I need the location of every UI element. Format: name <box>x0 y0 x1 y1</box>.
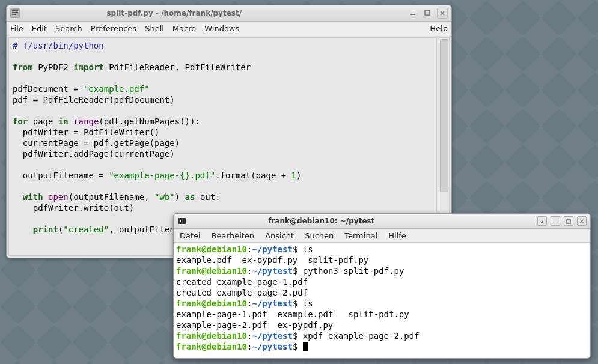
code-token: pdfDocument = <box>13 84 84 94</box>
prompt-user: frank@debian10 <box>176 244 247 254</box>
code-token: PdfFileReader, PdfFileWriter <box>109 62 251 72</box>
terminal-window: frank@debian10: ~/pytest ▴ _ □ × Datei B… <box>173 213 591 359</box>
minimize-icon[interactable] <box>408 8 418 17</box>
term-output: example-page-2.pdf ex-pypdf.py <box>176 320 333 330</box>
code-token: (outputFilename, <box>69 192 154 202</box>
terminal-app-icon <box>177 216 187 226</box>
code-line: pdf = PdfFileReader(pdfDocument) <box>13 95 175 105</box>
builtin-open: open <box>48 192 69 202</box>
term-cmd: ls <box>303 244 313 254</box>
menu-bearbeiten[interactable]: Bearbeiten <box>212 231 254 240</box>
editor-menubar: File Edit Search Preferences Shell Macro… <box>7 22 451 35</box>
term-output: example-page-1.pdf example.pdf split-pdf… <box>176 309 409 319</box>
menu-windows[interactable]: Windows <box>204 24 239 33</box>
editor-app-icon <box>10 8 20 18</box>
code-string: "example.pdf" <box>84 84 150 94</box>
code-token: .format(page + <box>215 171 291 180</box>
code-number: 1 <box>291 171 296 180</box>
shade-icon[interactable]: ▴ <box>537 216 547 226</box>
term-output: created example-page-1.pdf <box>176 277 308 287</box>
terminal-output[interactable]: frank@debian10:~/pytest$ ls example.pdf … <box>174 243 590 358</box>
kw-with: with <box>23 192 43 202</box>
menu-shell[interactable]: Shell <box>145 24 164 33</box>
code-token: ) <box>296 171 301 180</box>
builtin-print: print <box>33 225 58 234</box>
code-token: out: <box>195 192 220 202</box>
menu-macro[interactable]: Macro <box>172 24 196 33</box>
menu-help[interactable]: Help <box>430 24 448 33</box>
menu-edit[interactable]: Edit <box>32 24 47 33</box>
code-token: (pdf.getNumPages()): <box>99 117 200 126</box>
kw-in: in <box>58 117 69 126</box>
code-string: "example-page-{}.pdf" <box>109 171 215 180</box>
svg-rect-1 <box>12 10 18 11</box>
code-line: # !/usr/bin/python <box>13 41 104 50</box>
svg-rect-6 <box>178 218 186 224</box>
code-token: outputFilename = <box>13 171 109 180</box>
terminal-menubar: Datei Bearbeiten Ansicht Suchen Terminal… <box>174 229 590 243</box>
cursor-icon <box>303 342 308 351</box>
terminal-title: frank@debian10: ~/pytest <box>268 217 374 225</box>
minimize-icon[interactable]: _ <box>551 216 560 226</box>
builtin-range: range <box>73 117 99 126</box>
term-cmd: python3 split-pdf.py <box>303 266 404 276</box>
menu-ansicht[interactable]: Ansicht <box>265 231 294 240</box>
menu-hilfe[interactable]: Hilfe <box>388 231 406 240</box>
editor-titlebar[interactable]: split-pdf.py - /home/frank/pytest/ <box>7 5 451 22</box>
maximize-icon[interactable]: □ <box>564 216 573 226</box>
code-string: "wb" <box>154 192 175 202</box>
term-cmd: ls <box>303 299 313 308</box>
code-line: pdfWriter = PdfFileWriter() <box>13 127 159 137</box>
editor-title: split-pdf.py - /home/frank/pytest/ <box>106 9 242 17</box>
terminal-titlebar[interactable]: frank@debian10: ~/pytest ▴ _ □ × <box>174 214 590 229</box>
term-output: created example-page-2.pdf <box>176 288 308 297</box>
term-output: example.pdf ex-pypdf.py split-pdf.py <box>176 255 368 265</box>
menu-file[interactable]: File <box>10 24 23 33</box>
prompt-path: ~/pytest <box>252 244 292 254</box>
code-line: currentPage = pdf.getPage(page) <box>13 138 180 148</box>
menu-preferences[interactable]: Preferences <box>91 24 136 33</box>
kw-from: from <box>13 62 33 72</box>
kw-as: as <box>185 192 195 202</box>
term-cmd: xpdf example-page-2.pdf <box>303 331 420 341</box>
svg-rect-5 <box>425 10 430 15</box>
maximize-icon[interactable] <box>423 8 432 17</box>
code-string: "created" <box>63 225 109 234</box>
svg-rect-3 <box>12 14 16 15</box>
code-line: pdfWriter.addPage(currentPage) <box>13 149 175 159</box>
scrollbar-thumb[interactable] <box>440 39 448 192</box>
code-token: page <box>28 117 58 126</box>
menu-terminal[interactable]: Terminal <box>344 231 377 240</box>
kw-for: for <box>13 117 28 126</box>
code-line: pdfWriter.write(out) <box>13 203 134 213</box>
code-token: PyPDF2 <box>38 62 69 72</box>
svg-rect-2 <box>12 12 18 13</box>
kw-import: import <box>73 62 104 72</box>
menu-datei[interactable]: Datei <box>180 231 201 240</box>
menu-suchen[interactable]: Suchen <box>305 231 334 240</box>
close-icon[interactable]: × <box>577 216 587 226</box>
svg-rect-4 <box>410 14 415 15</box>
close-icon[interactable] <box>437 8 448 19</box>
menu-search[interactable]: Search <box>55 24 82 33</box>
